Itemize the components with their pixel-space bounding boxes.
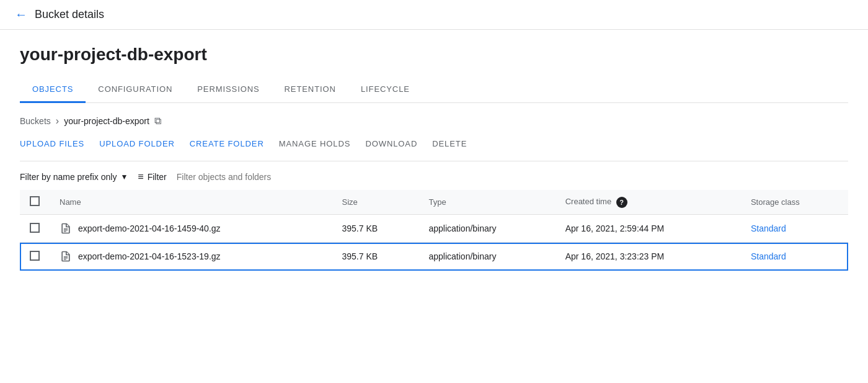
row-checkbox-cell-0[interactable] — [20, 215, 50, 243]
breadcrumb-current: your-project-db-export — [64, 116, 149, 126]
file-icon-1 — [60, 250, 72, 263]
filter-btn-label: Filter — [148, 172, 167, 182]
tab-objects[interactable]: OBJECTS — [20, 77, 86, 103]
manage-holds-button[interactable]: MANAGE HOLDS — [279, 137, 351, 151]
breadcrumb-root[interactable]: Buckets — [20, 116, 51, 126]
tab-retention[interactable]: RETENTION — [272, 77, 348, 103]
create-folder-button[interactable]: CREATE FOLDER — [190, 137, 264, 151]
breadcrumb-separator: › — [56, 115, 59, 127]
row-size-1: 395.7 KB — [332, 243, 419, 271]
select-all-checkbox[interactable] — [30, 196, 40, 206]
col-name: Name — [50, 190, 332, 215]
filter-dropdown-label: Filter by name prefix only — [20, 172, 117, 182]
svg-rect-2 — [64, 231, 66, 232]
row-type-1: application/binary — [418, 243, 555, 271]
main-content: your-project-db-export OBJECTS CONFIGURA… — [0, 30, 868, 286]
row-checkbox-1[interactable] — [30, 251, 40, 261]
row-checkbox-0[interactable] — [30, 223, 40, 233]
breadcrumb: Buckets › your-project-db-export ⧉ — [20, 115, 848, 127]
row-checkbox-cell-1[interactable] — [20, 243, 50, 271]
action-bar: UPLOAD FILES UPLOAD FOLDER CREATE FOLDER… — [20, 137, 848, 161]
col-storage-class: Storage class — [741, 190, 848, 215]
row-created-1: Apr 16, 2021, 3:23:23 PM — [556, 243, 741, 271]
row-storage-1: Standard — [741, 243, 848, 271]
tabs-bar: OBJECTS CONFIGURATION PERMISSIONS RETENT… — [20, 77, 848, 103]
row-size-0: 395.7 KB — [332, 215, 419, 243]
chevron-down-icon: ▼ — [120, 173, 128, 181]
select-all-checkbox-cell[interactable] — [20, 190, 50, 215]
svg-rect-3 — [64, 256, 68, 257]
objects-table: Name Size Type Created time ? Storage cl… — [20, 190, 848, 271]
tab-permissions[interactable]: PERMISSIONS — [185, 77, 272, 103]
table-row: export-demo-2021-04-16-1523-19.gz 395.7 … — [20, 243, 848, 271]
help-icon[interactable]: ? — [616, 197, 627, 208]
delete-button[interactable]: DELETE — [432, 137, 467, 151]
row-storage-0: Standard — [741, 215, 848, 243]
filter-button[interactable]: ≡ Filter — [138, 171, 166, 182]
file-icon-0 — [60, 222, 72, 235]
copy-icon[interactable]: ⧉ — [154, 115, 161, 127]
upload-folder-button[interactable]: UPLOAD FOLDER — [99, 137, 175, 151]
row-type-0: application/binary — [418, 215, 555, 243]
svg-rect-4 — [64, 258, 68, 258]
row-name-0: export-demo-2021-04-16-1459-40.gz — [50, 215, 332, 243]
back-button[interactable]: ← — [15, 7, 27, 22]
col-size: Size — [332, 190, 419, 215]
col-created-time: Created time ? — [556, 190, 741, 215]
filter-input[interactable] — [177, 172, 363, 182]
filter-bar: Filter by name prefix only ▼ ≡ Filter — [20, 171, 848, 182]
col-type: Type — [418, 190, 555, 215]
filter-dropdown[interactable]: Filter by name prefix only ▼ — [20, 172, 128, 182]
tab-configuration[interactable]: CONFIGURATION — [86, 77, 185, 103]
table-header-row: Name Size Type Created time ? Storage cl… — [20, 190, 848, 215]
filter-icon: ≡ — [138, 171, 143, 182]
svg-rect-0 — [64, 228, 68, 229]
tab-lifecycle[interactable]: LIFECYCLE — [348, 77, 422, 103]
svg-rect-1 — [64, 230, 68, 230]
row-created-0: Apr 16, 2021, 2:59:44 PM — [556, 215, 741, 243]
bucket-name: your-project-db-export — [20, 45, 848, 65]
row-name-1: export-demo-2021-04-16-1523-19.gz — [50, 243, 332, 271]
table-row: export-demo-2021-04-16-1459-40.gz 395.7 … — [20, 215, 848, 243]
top-bar: ← Bucket details — [0, 0, 868, 30]
upload-files-button[interactable]: UPLOAD FILES — [20, 137, 84, 151]
download-button[interactable]: DOWNLOAD — [365, 137, 417, 151]
svg-rect-5 — [64, 259, 66, 259]
page-title: Bucket details — [35, 8, 104, 21]
